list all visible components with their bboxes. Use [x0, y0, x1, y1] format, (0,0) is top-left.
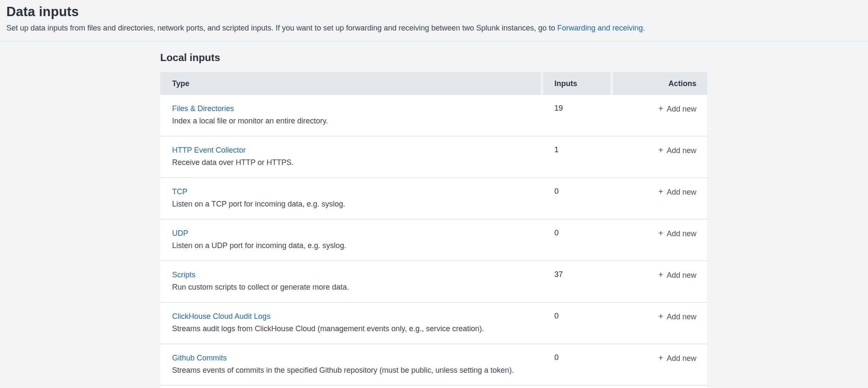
actions-cell: +Add new — [613, 95, 707, 136]
add-new-button[interactable]: +Add new — [658, 105, 696, 113]
input-type-link[interactable]: UDP — [172, 229, 188, 238]
add-new-label: Add new — [667, 105, 696, 113]
local-inputs-table: Type Inputs Actions Files & Directories … — [160, 72, 707, 388]
plus-icon: + — [658, 145, 663, 155]
add-new-button[interactable]: +Add new — [658, 188, 696, 196]
intro-text: Set up data inputs from files and direct… — [6, 24, 557, 32]
table-row: TCP Listen on a TCP port for incoming da… — [160, 178, 707, 220]
partial-next-row — [160, 386, 707, 388]
input-type-description: Receive data over HTTP or HTTPS. — [172, 158, 535, 167]
type-cell: TCP Listen on a TCP port for incoming da… — [160, 178, 543, 219]
inputs-count: 1 — [543, 137, 613, 177]
input-type-link[interactable]: HTTP Event Collector — [172, 145, 246, 155]
input-type-link[interactable]: TCP — [172, 187, 187, 196]
actions-cell: +Add new — [613, 220, 707, 260]
type-cell: Scripts Run custom scripts to collect or… — [160, 261, 543, 302]
column-header-actions: Actions — [613, 72, 707, 95]
actions-cell: +Add new — [613, 261, 707, 302]
plus-icon: + — [658, 270, 663, 279]
type-cell: Github Commits Streams events of commits… — [160, 344, 543, 385]
input-type-link[interactable]: ClickHouse Cloud Audit Logs — [172, 312, 270, 321]
table-row: HTTP Event Collector Receive data over H… — [160, 137, 707, 178]
table-header-row: Type Inputs Actions — [160, 72, 707, 95]
input-type-description: Listen on a UDP port for incoming data, … — [172, 241, 535, 250]
actions-cell: +Add new — [613, 344, 707, 385]
add-new-label: Add new — [667, 271, 696, 279]
type-cell: Files & Directories Index a local file o… — [160, 95, 543, 136]
actions-cell: +Add new — [613, 137, 707, 177]
add-new-button[interactable]: +Add new — [658, 229, 696, 238]
input-type-description: Streams events of commits in the specifi… — [172, 366, 535, 375]
inputs-count: 0 — [543, 344, 613, 385]
plus-icon: + — [658, 353, 663, 363]
column-header-type: Type — [160, 72, 541, 95]
add-new-label: Add new — [667, 188, 696, 196]
input-type-description: Listen on a TCP port for incoming data, … — [172, 199, 535, 209]
forwarding-and-receiving-link[interactable]: Forwarding and receiving — [557, 24, 643, 32]
inputs-count: 0 — [543, 220, 613, 260]
local-inputs-heading: Local inputs — [160, 52, 868, 64]
add-new-button[interactable]: +Add new — [658, 271, 696, 279]
intro-suffix: . — [643, 24, 645, 32]
main-content: Local inputs Type Inputs Actions Files &… — [0, 42, 868, 388]
input-type-link[interactable]: Scripts — [172, 270, 195, 279]
add-new-button[interactable]: +Add new — [658, 354, 696, 363]
page-intro: Set up data inputs from files and direct… — [6, 23, 860, 33]
add-new-label: Add new — [667, 313, 696, 321]
input-type-link[interactable]: Files & Directories — [172, 104, 234, 113]
table-row: Github Commits Streams events of commits… — [160, 344, 707, 386]
table-row: UDP Listen on a UDP port for incoming da… — [160, 220, 707, 261]
input-type-description: Index a local file or monitor an entire … — [172, 116, 535, 126]
inputs-count: 0 — [543, 178, 613, 219]
add-new-button[interactable]: +Add new — [658, 313, 696, 321]
add-new-label: Add new — [667, 229, 696, 238]
input-type-description: Streams audit logs from ClickHouse Cloud… — [172, 324, 535, 333]
plus-icon: + — [658, 104, 663, 113]
plus-icon: + — [658, 229, 663, 238]
page-header: Data inputs Set up data inputs from file… — [0, 0, 868, 42]
inputs-count: 19 — [543, 95, 613, 136]
inputs-count: 0 — [543, 303, 613, 343]
actions-cell: +Add new — [613, 303, 707, 343]
input-type-description: Run custom scripts to collect or generat… — [172, 282, 535, 292]
actions-cell: +Add new — [613, 178, 707, 219]
add-new-button[interactable]: +Add new — [658, 146, 696, 155]
page-title: Data inputs — [6, 4, 860, 20]
add-new-label: Add new — [667, 146, 696, 155]
plus-icon: + — [658, 187, 663, 196]
type-cell: UDP Listen on a UDP port for incoming da… — [160, 220, 543, 260]
add-new-label: Add new — [667, 354, 696, 363]
column-header-inputs: Inputs — [543, 72, 610, 95]
input-type-link[interactable]: Github Commits — [172, 353, 227, 363]
inputs-count: 37 — [543, 261, 613, 302]
table-row: Scripts Run custom scripts to collect or… — [160, 261, 707, 303]
table-body: Files & Directories Index a local file o… — [160, 95, 707, 386]
plus-icon: + — [658, 312, 663, 321]
type-cell: HTTP Event Collector Receive data over H… — [160, 137, 543, 177]
table-row: ClickHouse Cloud Audit Logs Streams audi… — [160, 303, 707, 344]
type-cell: ClickHouse Cloud Audit Logs Streams audi… — [160, 303, 543, 343]
table-row: Files & Directories Index a local file o… — [160, 95, 707, 137]
